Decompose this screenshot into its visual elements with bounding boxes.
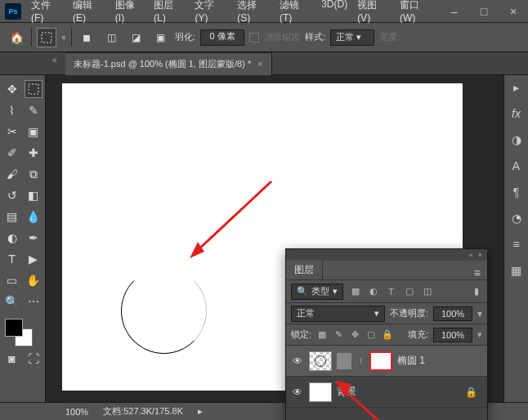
layer-thumbnail[interactable] (309, 382, 332, 402)
zoom-level[interactable]: 100% (65, 407, 88, 417)
doc-size[interactable]: 文档:527.3K/175.8K (103, 405, 183, 418)
layer-row[interactable]: 👁 背景 🔒 (286, 377, 487, 408)
lock-transparent-icon[interactable]: ▩ (316, 329, 328, 341)
patch-tool-icon[interactable]: ✚ (25, 144, 43, 162)
visibility-icon[interactable]: 👁 (291, 386, 304, 399)
panel-close-icon[interactable]: × (478, 251, 482, 259)
menu-type[interactable]: 文字(Y) (190, 0, 232, 24)
document-tab-title: 未标题-1.psd @ 100% (椭圆 1, 图层蒙版/8) * (74, 58, 251, 70)
divider (31, 29, 32, 47)
menu-3d[interactable]: 3D(D) (316, 0, 352, 24)
styles-panel-icon[interactable]: fx (508, 105, 526, 123)
menu-image[interactable]: 图像(I) (110, 0, 149, 24)
marquee-tool-icon[interactable] (37, 28, 56, 47)
layer-name[interactable]: 椭圆 1 (397, 354, 425, 368)
visibility-icon[interactable]: 👁 (291, 355, 304, 368)
ellipse-shape (121, 268, 207, 354)
menu-layer[interactable]: 图层(L) (149, 0, 190, 24)
screenmode-icon[interactable]: ⛶ (25, 350, 43, 368)
close-icon[interactable]: × (257, 59, 262, 69)
layers-panel: « × 图层 ≡ 🔍 类型 ▾ ▩ ◐ T ▢ ◫ ▮ 正常▾ 不透明度: 10… (285, 248, 488, 420)
menu-file[interactable]: 文件(F) (26, 0, 68, 24)
filter-pixel-icon[interactable]: ▩ (349, 285, 361, 297)
filter-type-icon[interactable]: T (385, 285, 397, 297)
options-bar: 🏠 ▾ ◼ ◫ ◪ ▣ 羽化: 0 像素 消除锯齿 样式: 正常 ▾ 宽度: (0, 23, 528, 52)
history-brush-icon[interactable]: ↺ (3, 186, 21, 204)
layer-mask-thumbnail[interactable] (369, 351, 392, 371)
menu-view[interactable]: 视图(V) (352, 0, 395, 24)
selection-new-icon[interactable]: ◼ (77, 28, 96, 47)
swatches-panel-icon[interactable]: ▦ (508, 261, 526, 279)
frame-tool-icon[interactable]: ▣ (25, 123, 43, 141)
stamp-tool-icon[interactable]: ⧉ (25, 165, 43, 183)
panel-collapse-icon[interactable]: « (469, 251, 473, 259)
opacity-input[interactable]: 100% (433, 306, 472, 321)
tab-toggle-icon[interactable]: « (52, 56, 57, 65)
measurement-panel-icon[interactable]: ≡ (508, 235, 526, 253)
style-select[interactable]: 正常 ▾ (330, 29, 374, 46)
filter-adjust-icon[interactable]: ◐ (367, 285, 379, 297)
home-icon[interactable]: 🏠 (7, 28, 26, 47)
marquee-tool-icon[interactable] (25, 80, 43, 98)
blur-tool-icon[interactable]: 💧 (25, 208, 43, 226)
feather-input[interactable]: 0 像素 (200, 29, 244, 46)
quick-select-tool-icon[interactable]: ✎ (25, 101, 43, 119)
type-tool-icon[interactable]: T (3, 250, 21, 268)
gradient-tool-icon[interactable]: ▤ (3, 208, 21, 226)
selection-add-icon[interactable]: ◫ (101, 28, 121, 47)
blend-mode-select[interactable]: 正常▾ (291, 306, 385, 322)
move-tool-icon[interactable]: ✥ (3, 80, 21, 98)
color-panel-icon[interactable]: ◑ (508, 131, 526, 149)
lock-all-icon[interactable]: 🔒 (382, 329, 393, 341)
status-chevron-icon[interactable]: ▸ (198, 406, 203, 417)
vector-mask-thumbnail[interactable] (337, 353, 351, 369)
hand-tool-icon[interactable]: ✋ (25, 271, 43, 289)
dodge-tool-icon[interactable]: ◐ (3, 229, 21, 247)
color-swatches[interactable] (3, 317, 43, 346)
fg-color-swatch[interactable] (5, 319, 23, 337)
feather-label: 羽化: (175, 31, 195, 43)
window-minimize[interactable]: – (440, 2, 469, 21)
antialias-checkbox[interactable] (249, 33, 259, 42)
crop-tool-icon[interactable]: ✂ (3, 123, 21, 141)
menu-edit[interactable]: 编辑(E) (68, 0, 110, 24)
dock-collapse-icon[interactable]: ▸ (508, 78, 526, 96)
edit-toolbar-icon[interactable]: ⋯ (25, 293, 43, 311)
clock-panel-icon[interactable]: ◔ (508, 209, 526, 227)
filter-smart-icon[interactable]: ◫ (421, 285, 433, 297)
pen-tool-icon[interactable]: ✒ (25, 229, 43, 247)
fill-label: 填充: (408, 328, 428, 341)
window-maximize[interactable]: □ (469, 2, 499, 21)
layer-thumbnail[interactable] (309, 351, 332, 371)
lock-artboard-icon[interactable]: ▢ (365, 329, 377, 341)
lock-icon: 🔒 (465, 386, 477, 398)
panel-menu-icon[interactable]: ≡ (468, 266, 487, 279)
selection-subtract-icon[interactable]: ◪ (126, 28, 145, 47)
lock-position-icon[interactable]: ✥ (349, 329, 360, 341)
lock-image-icon[interactable]: ✎ (333, 329, 344, 341)
brush-tool-icon[interactable]: 🖌 (3, 165, 21, 183)
eyedropper-tool-icon[interactable]: ✐ (3, 144, 21, 162)
menu-filter[interactable]: 滤镜(T) (275, 0, 316, 24)
paragraph-panel-icon[interactable]: ¶ (508, 183, 526, 201)
document-tab[interactable]: 未标题-1.psd @ 100% (椭圆 1, 图层蒙版/8) * × (65, 52, 272, 75)
path-select-tool-icon[interactable]: ▶ (25, 250, 43, 268)
zoom-tool-icon[interactable]: 🔍 (3, 293, 21, 311)
layer-name[interactable]: 背景 (337, 385, 356, 399)
layer-filter-select[interactable]: 🔍 类型 ▾ (291, 284, 343, 300)
filter-shape-icon[interactable]: ▢ (403, 285, 415, 297)
fill-input[interactable]: 100% (433, 328, 472, 342)
lasso-tool-icon[interactable]: ⌇ (3, 101, 21, 119)
menu-window[interactable]: 窗口(W) (395, 0, 440, 24)
window-close[interactable]: × (499, 2, 528, 21)
eraser-tool-icon[interactable]: ◧ (25, 186, 43, 204)
menu-select[interactable]: 选择(S) (232, 0, 275, 24)
shape-tool-icon[interactable]: ▭ (3, 271, 21, 289)
character-panel-icon[interactable]: A (508, 157, 526, 175)
filter-toggle-icon[interactable]: ▮ (470, 285, 482, 297)
selection-intersect-icon[interactable]: ▣ (150, 28, 170, 47)
layers-panel-tab[interactable]: 图层 (286, 260, 323, 279)
quickmask-icon[interactable]: ◙ (3, 350, 21, 368)
layer-row[interactable]: 👁 ⁞ 椭圆 1 (286, 346, 487, 377)
lock-label: 锁定: (291, 328, 311, 341)
